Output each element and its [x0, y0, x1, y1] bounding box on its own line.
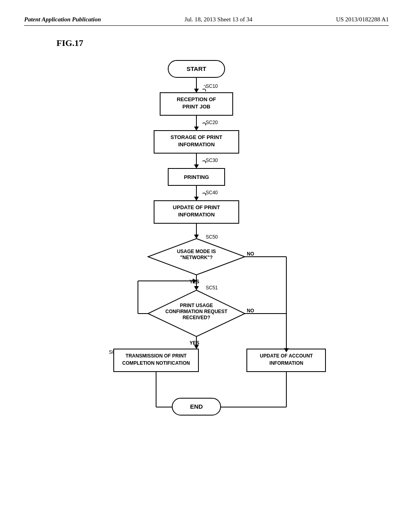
publication-label: Patent Application Publication — [24, 16, 101, 23]
sc10-label-1: RECEPTION OF — [177, 96, 216, 102]
sc60-label-1: TRANSMISSION OF PRINT — [125, 353, 187, 359]
svg-marker-5 — [194, 127, 199, 131]
sc70-label-1: UPDATE OF ACCOUNT — [260, 353, 313, 359]
end-label: END — [190, 403, 203, 410]
page-header: Patent Application Publication Jul. 18, … — [24, 16, 389, 26]
sc50-step-label: SC50 — [206, 234, 218, 240]
page: Patent Application Publication Jul. 18, … — [0, 0, 413, 532]
sc20-step-label: SC20 — [206, 120, 218, 125]
sc50-no-label: NO — [247, 251, 254, 257]
sc40-label-2: INFORMATION — [178, 212, 215, 218]
sc51-yes-label: YES — [190, 340, 199, 346]
sc40-step-label: SC40 — [206, 190, 218, 195]
date-sheet-label: Jul. 18, 2013 Sheet 13 of 34 — [185, 16, 252, 23]
sc10-step-label: SC10 — [206, 83, 218, 89]
start-label: START — [187, 65, 206, 72]
svg-marker-20 — [194, 345, 199, 349]
sc51-diamond-2: CONFIRMATION REQUEST — [165, 309, 227, 314]
sc50-diamond-1: USAGE MODE IS — [177, 249, 216, 254]
sc51-no-label: NO — [247, 308, 254, 314]
sc60-label-2: COMPLETION NOTIFICATION — [122, 360, 190, 366]
svg-marker-17 — [194, 286, 199, 290]
sc10-label-2: PRINT JOB — [182, 104, 210, 110]
sc30-label: PRINTING — [184, 174, 209, 180]
patent-number: US 2013/0182288 A1 — [336, 16, 389, 23]
sc51-step-label: SC51 — [206, 285, 218, 291]
sc51-diamond-3: RECEIVED? — [183, 315, 211, 320]
sc20-label-2: INFORMATION — [178, 141, 215, 148]
sc30-step-label: SC30 — [206, 158, 218, 163]
sc40-label-1: UPDATE OF PRINT — [173, 204, 220, 210]
svg-marker-11 — [194, 197, 199, 201]
sc51-diamond-1: PRINT USAGE — [180, 303, 213, 308]
svg-marker-8 — [194, 164, 199, 168]
svg-marker-14 — [194, 235, 199, 239]
sc50-diamond-2: "NETWORK"? — [180, 255, 213, 260]
svg-marker-2 — [194, 89, 199, 93]
flowchart-svg: START SC10 RECEPTION OF PRINT JOB SC20 S… — [65, 56, 348, 480]
sc70-label-2: INFORMATION — [269, 360, 303, 366]
figure-label: FIG.17 — [56, 38, 389, 48]
sc20-label-1: STORAGE OF PRINT — [171, 134, 222, 140]
